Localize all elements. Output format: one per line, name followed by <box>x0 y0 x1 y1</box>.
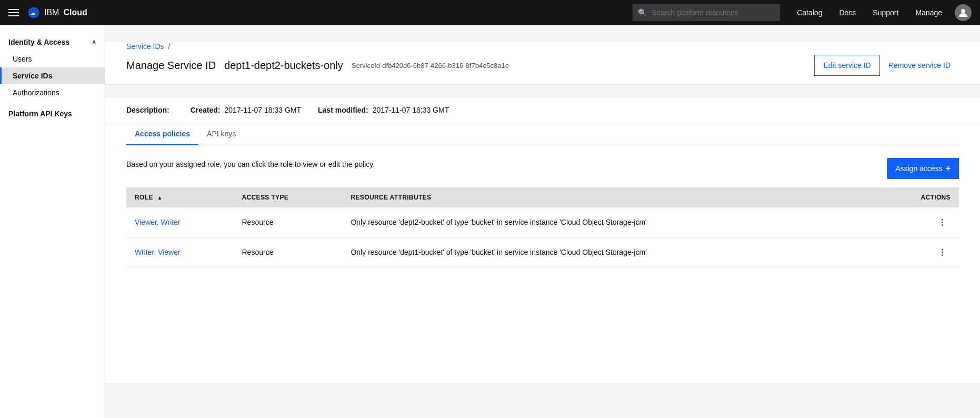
last-modified-item: Last modified: 2017-11-07 18:33 GMT <box>318 106 449 114</box>
column-header-actions: ACTIONS <box>879 187 959 207</box>
sidebar-item-authorizations[interactable]: Authorizations <box>0 84 105 101</box>
actions-cell <box>879 207 959 237</box>
last-modified-value: 2017-11-07 18:33 GMT <box>373 106 449 114</box>
resource-attributes-cell: Only resource 'dept2-bucket' of type 'bu… <box>342 207 879 237</box>
sidebar-identity-access-header[interactable]: Identity & Access ∧ <box>0 34 105 51</box>
access-policies-table: ROLE ▲ ACCESS TYPE RESOURCE ATTRIBUTES A… <box>126 187 959 267</box>
svg-text:☁: ☁ <box>31 11 35 16</box>
svg-point-5 <box>961 9 965 13</box>
svg-rect-0 <box>8 9 19 10</box>
top-navigation: ☁ IBM Cloud 🔍 Catalog Docs Support Manag… <box>0 0 980 25</box>
created-label: Created: <box>191 106 221 114</box>
page-header-actions: Edit service ID Remove service ID <box>814 55 959 76</box>
sidebar-item-service-ids[interactable]: Service IDs <box>0 67 105 84</box>
sidebar-item-users[interactable]: Users <box>0 51 105 67</box>
ibm-logo-icon: ☁ <box>27 6 40 19</box>
overflow-menu-button[interactable] <box>934 214 951 231</box>
page-header: Manage Service ID dept1-dept2-buckets-on… <box>105 42 980 85</box>
svg-rect-1 <box>8 12 19 13</box>
sidebar-identity-access-label: Identity & Access <box>8 38 69 46</box>
description-row: Description: Created: 2017-11-07 18:33 G… <box>105 97 980 123</box>
role-cell[interactable]: Writer, Viewer <box>126 237 234 267</box>
page-header-left: Manage Service ID dept1-dept2-buckets-on… <box>126 59 509 72</box>
tab-api-keys[interactable]: API keys <box>198 123 244 145</box>
table-row: Writer, ViewerResourceOnly resource 'dep… <box>126 237 959 267</box>
page-layout: Identity & Access ∧ Users Service IDs Au… <box>0 25 980 418</box>
topnav-links: Catalog Docs Support Manage <box>788 0 951 25</box>
sidebar-platform-api-keys-label[interactable]: Platform API Keys <box>0 105 105 122</box>
hamburger-menu-button[interactable] <box>8 7 19 18</box>
access-type-cell: Resource <box>234 237 343 267</box>
main-content: Service IDs / Manage Service ID dept1-de… <box>105 25 980 418</box>
table-description: Based on your assigned role, you can cli… <box>126 160 375 168</box>
role-sort-icon: ▲ <box>157 195 162 201</box>
last-modified-label: Last modified: <box>318 106 368 114</box>
created-item: Created: 2017-11-07 18:33 GMT <box>191 106 301 114</box>
resource-attributes-cell: Only resource 'dept1-bucket' of type 'bu… <box>342 237 879 267</box>
column-header-role[interactable]: ROLE ▲ <box>126 187 234 207</box>
manage-link[interactable]: Manage <box>907 0 951 25</box>
description-label: Description: <box>126 106 169 114</box>
service-id-value: ServiceId-dfb420d6-6b87-4266-b316-8f7b4e… <box>352 62 509 69</box>
support-link[interactable]: Support <box>864 0 907 25</box>
overflow-menu-button[interactable] <box>934 244 951 261</box>
service-name: dept1-dept2-buckets-only <box>224 59 343 72</box>
edit-service-id-button[interactable]: Edit service ID <box>814 55 879 76</box>
tabs: Access policies API keys <box>126 123 959 145</box>
column-header-access-type: ACCESS TYPE <box>234 187 343 207</box>
search-wrapper: 🔍 <box>633 4 780 21</box>
breadcrumb-separator: / <box>168 42 171 51</box>
column-header-resource-attributes: RESOURCE ATTRIBUTES <box>342 187 879 207</box>
page-title: Manage Service ID <box>126 59 216 72</box>
content-area: Access policies API keys Based on your a… <box>105 123 980 383</box>
page-title-row: Manage Service ID dept1-dept2-buckets-on… <box>126 59 509 72</box>
assign-access-icon: + <box>946 164 951 173</box>
access-type-cell: Resource <box>234 207 343 237</box>
table-header-row: ROLE ▲ ACCESS TYPE RESOURCE ATTRIBUTES A… <box>126 187 959 207</box>
sidebar: Identity & Access ∧ Users Service IDs Au… <box>0 25 105 418</box>
user-avatar-button[interactable] <box>955 4 972 21</box>
logo-cloud: Cloud <box>63 8 87 17</box>
actions-cell <box>879 237 959 267</box>
chevron-up-icon: ∧ <box>92 38 96 46</box>
role-cell[interactable]: Viewer, Writer <box>126 207 234 237</box>
breadcrumb-service-ids-link[interactable]: Service IDs <box>126 42 164 51</box>
logo-ibm: IBM <box>44 8 59 17</box>
tab-access-policies[interactable]: Access policies <box>126 123 198 145</box>
svg-rect-2 <box>8 15 19 16</box>
table-row: Viewer, WriterResourceOnly resource 'dep… <box>126 207 959 237</box>
docs-link[interactable]: Docs <box>831 0 864 25</box>
ibm-cloud-logo: ☁ IBM Cloud <box>27 6 87 19</box>
created-value: 2017-11-07 18:33 GMT <box>224 106 301 114</box>
search-input[interactable] <box>633 4 780 21</box>
catalog-link[interactable]: Catalog <box>788 0 831 25</box>
assign-access-label: Assign access <box>895 164 942 173</box>
description-item: Description: <box>126 106 174 114</box>
assign-access-button[interactable]: Assign access + <box>887 158 959 179</box>
remove-service-id-button[interactable]: Remove service ID <box>880 55 959 76</box>
